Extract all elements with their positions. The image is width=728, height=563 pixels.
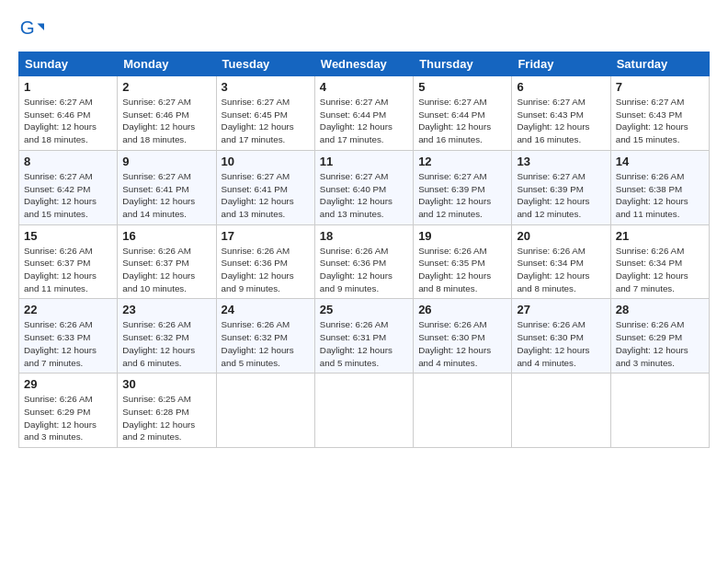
calendar-header-monday: Monday [118,52,216,76]
day-info: Sunrise: 6:26 AMSunset: 6:29 PMDaylight:… [24,394,97,442]
day-number: 9 [122,155,210,168]
calendar-cell: 5 Sunrise: 6:27 AMSunset: 6:44 PMDayligh… [414,76,512,151]
day-info: Sunrise: 6:26 AMSunset: 6:32 PMDaylight:… [122,319,195,367]
calendar-cell: 21 Sunrise: 6:26 AMSunset: 6:34 PMDaylig… [610,224,709,299]
calendar-cell [610,373,709,448]
calendar-cell: 7 Sunrise: 6:27 AMSunset: 6:43 PMDayligh… [610,76,709,151]
day-info: Sunrise: 6:27 AMSunset: 6:46 PMDaylight:… [24,97,97,144]
day-info: Sunrise: 6:27 AMSunset: 6:43 PMDaylight:… [517,97,589,144]
day-number: 30 [122,377,210,391]
day-info: Sunrise: 6:27 AMSunset: 6:45 PMDaylight:… [222,97,294,144]
day-info: Sunrise: 6:27 AMSunset: 6:39 PMDaylight:… [517,171,589,219]
calendar-cell: 29 Sunrise: 6:26 AMSunset: 6:29 PMDaylig… [19,373,118,448]
calendar-cell [216,373,314,448]
day-number: 22 [24,303,112,316]
calendar-cell: 30 Sunrise: 6:25 AMSunset: 6:28 PMDaylig… [118,373,216,448]
day-number: 28 [616,303,704,316]
day-info: Sunrise: 6:26 AMSunset: 6:33 PMDaylight:… [24,319,97,367]
calendar-header-tuesday: Tuesday [216,52,314,76]
day-info: Sunrise: 6:26 AMSunset: 6:30 PMDaylight:… [418,319,491,367]
day-info: Sunrise: 6:26 AMSunset: 6:34 PMDaylight:… [616,246,688,293]
day-number: 20 [517,229,605,243]
svg-text:G: G [20,17,35,38]
day-number: 14 [616,155,704,168]
day-number: 11 [320,155,408,168]
day-number: 29 [24,377,112,391]
calendar-cell: 27 Sunrise: 6:26 AMSunset: 6:30 PMDaylig… [512,299,610,373]
day-info: Sunrise: 6:26 AMSunset: 6:36 PMDaylight:… [222,246,294,293]
day-info: Sunrise: 6:26 AMSunset: 6:29 PMDaylight:… [616,319,688,367]
day-number: 7 [616,80,704,94]
calendar-cell: 28 Sunrise: 6:26 AMSunset: 6:29 PMDaylig… [610,299,709,373]
calendar-header-thursday: Thursday [414,52,512,76]
day-number: 17 [222,229,310,243]
day-number: 25 [320,303,408,316]
day-info: Sunrise: 6:27 AMSunset: 6:40 PMDaylight:… [320,171,392,219]
day-info: Sunrise: 6:25 AMSunset: 6:28 PMDaylight:… [122,394,195,442]
svg-marker-1 [38,23,44,29]
calendar-cell: 22 Sunrise: 6:26 AMSunset: 6:33 PMDaylig… [19,299,118,373]
day-number: 23 [122,303,210,316]
day-info: Sunrise: 6:27 AMSunset: 6:44 PMDaylight:… [320,97,392,144]
day-info: Sunrise: 6:27 AMSunset: 6:42 PMDaylight:… [24,171,97,219]
day-number: 16 [122,229,210,243]
calendar-table: SundayMondayTuesdayWednesdayThursdayFrid… [18,52,710,448]
day-info: Sunrise: 6:26 AMSunset: 6:31 PMDaylight:… [320,319,392,367]
calendar-week-2: 8 Sunrise: 6:27 AMSunset: 6:42 PMDayligh… [19,150,710,224]
day-number: 12 [418,155,506,168]
day-info: Sunrise: 6:27 AMSunset: 6:44 PMDaylight:… [418,97,491,144]
day-info: Sunrise: 6:26 AMSunset: 6:37 PMDaylight:… [122,246,195,293]
day-info: Sunrise: 6:26 AMSunset: 6:30 PMDaylight:… [517,319,589,367]
page-container: G SundayMondayTuesdayWednesdayThursdayFr… [0,0,728,457]
day-number: 19 [418,229,506,243]
day-number: 1 [24,80,112,94]
day-info: Sunrise: 6:26 AMSunset: 6:37 PMDaylight:… [24,246,97,293]
calendar-cell: 10 Sunrise: 6:27 AMSunset: 6:41 PMDaylig… [216,150,314,224]
day-number: 24 [222,303,310,316]
calendar-cell: 1 Sunrise: 6:27 AMSunset: 6:46 PMDayligh… [19,76,118,151]
calendar-cell: 12 Sunrise: 6:27 AMSunset: 6:39 PMDaylig… [414,150,512,224]
calendar-cell: 17 Sunrise: 6:26 AMSunset: 6:36 PMDaylig… [216,224,314,299]
calendar-cell: 2 Sunrise: 6:27 AMSunset: 6:46 PMDayligh… [118,76,216,151]
day-number: 3 [222,80,310,94]
day-info: Sunrise: 6:26 AMSunset: 6:32 PMDaylight:… [222,319,294,367]
day-number: 6 [517,80,605,94]
day-number: 13 [517,155,605,168]
calendar-cell: 6 Sunrise: 6:27 AMSunset: 6:43 PMDayligh… [512,76,610,151]
day-info: Sunrise: 6:26 AMSunset: 6:35 PMDaylight:… [418,246,491,293]
calendar-header-sunday: Sunday [19,52,118,76]
day-info: Sunrise: 6:27 AMSunset: 6:43 PMDaylight:… [616,97,688,144]
day-number: 18 [320,229,408,243]
day-number: 15 [24,229,112,243]
calendar-cell: 23 Sunrise: 6:26 AMSunset: 6:32 PMDaylig… [118,299,216,373]
logo: G [18,17,48,42]
calendar-cell: 3 Sunrise: 6:27 AMSunset: 6:45 PMDayligh… [216,76,314,151]
calendar-header-wednesday: Wednesday [314,52,413,76]
calendar-cell: 14 Sunrise: 6:26 AMSunset: 6:38 PMDaylig… [610,150,709,224]
calendar-cell: 4 Sunrise: 6:27 AMSunset: 6:44 PMDayligh… [314,76,413,151]
day-number: 26 [418,303,506,316]
header: G [18,17,710,42]
calendar-cell: 26 Sunrise: 6:26 AMSunset: 6:30 PMDaylig… [414,299,512,373]
day-info: Sunrise: 6:27 AMSunset: 6:41 PMDaylight:… [222,171,294,219]
day-number: 2 [122,80,210,94]
calendar-week-5: 29 Sunrise: 6:26 AMSunset: 6:29 PMDaylig… [19,373,710,448]
calendar-cell: 13 Sunrise: 6:27 AMSunset: 6:39 PMDaylig… [512,150,610,224]
day-number: 27 [517,303,605,316]
calendar-cell: 24 Sunrise: 6:26 AMSunset: 6:32 PMDaylig… [216,299,314,373]
calendar-week-1: 1 Sunrise: 6:27 AMSunset: 6:46 PMDayligh… [19,76,710,151]
calendar-cell: 9 Sunrise: 6:27 AMSunset: 6:41 PMDayligh… [118,150,216,224]
day-info: Sunrise: 6:26 AMSunset: 6:36 PMDaylight:… [320,246,392,293]
day-info: Sunrise: 6:27 AMSunset: 6:46 PMDaylight:… [122,97,195,144]
calendar-week-4: 22 Sunrise: 6:26 AMSunset: 6:33 PMDaylig… [19,299,710,373]
day-info: Sunrise: 6:26 AMSunset: 6:34 PMDaylight:… [517,246,589,293]
calendar-cell: 16 Sunrise: 6:26 AMSunset: 6:37 PMDaylig… [118,224,216,299]
calendar-cell [314,373,413,448]
calendar-header-saturday: Saturday [610,52,709,76]
calendar-cell: 8 Sunrise: 6:27 AMSunset: 6:42 PMDayligh… [19,150,118,224]
calendar-cell: 15 Sunrise: 6:26 AMSunset: 6:37 PMDaylig… [19,224,118,299]
day-info: Sunrise: 6:27 AMSunset: 6:39 PMDaylight:… [418,171,491,219]
day-number: 4 [320,80,408,94]
calendar-cell [512,373,610,448]
logo-icon: G [18,17,44,42]
